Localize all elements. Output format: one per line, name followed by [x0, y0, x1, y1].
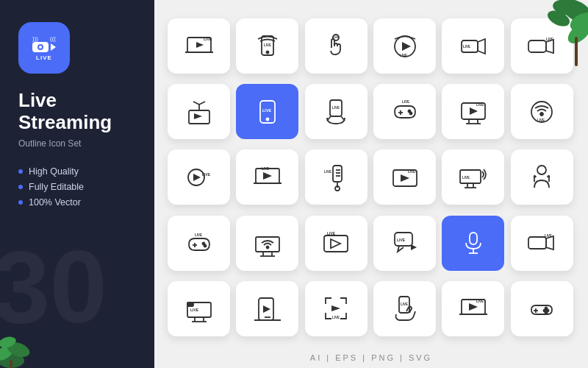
- feature-label-2: Fully Editable: [29, 182, 84, 192]
- icon-hand-phone-live: LIVE: [305, 84, 368, 139]
- icon-tv-antenna: [168, 84, 230, 139]
- icon-wifi-live: LIVE: [511, 84, 573, 139]
- svg-text:LIVE: LIVE: [195, 233, 202, 237]
- svg-marker-100: [546, 236, 553, 250]
- svg-rect-4: [10, 360, 12, 368]
- svg-point-89: [266, 247, 268, 249]
- svg-text:LIVE: LIVE: [204, 37, 212, 41]
- icon-laptop-live: LIVE: [168, 18, 230, 74]
- icon-laptop-play-live: LIVE: [442, 281, 504, 336]
- svg-marker-13: [196, 42, 204, 48]
- svg-text:LIVE: LIVE: [327, 231, 336, 236]
- svg-line-31: [193, 102, 199, 105]
- svg-text:LIVE: LIVE: [202, 172, 211, 177]
- icon-monitor-wifi: [236, 216, 298, 271]
- svg-rect-62: [333, 166, 342, 182]
- icon-gamepad: LIVE: [373, 84, 436, 139]
- icon-rect-play-live: LIVE: [373, 149, 436, 205]
- icon-live-play-box: LIVE: [305, 216, 368, 271]
- svg-point-16: [266, 51, 268, 53]
- svg-point-44: [409, 112, 412, 114]
- svg-marker-33: [194, 113, 202, 119]
- svg-point-35: [266, 118, 268, 120]
- format-bar: AI | EPS | PNG | SVG: [154, 353, 588, 362]
- svg-rect-107: [187, 302, 193, 306]
- feature-3: 100% Vector: [18, 197, 136, 208]
- left-panel: 30 ))) ((( LIVE LiveStreaming Outline Ic…: [0, 0, 154, 368]
- svg-point-53: [540, 113, 543, 116]
- feature-2: Fully Editable: [18, 182, 136, 192]
- svg-text:LIVE: LIVE: [476, 300, 484, 303]
- bullet-3: [18, 200, 23, 205]
- svg-marker-60: [263, 172, 272, 180]
- icon-phone-live: LIVE: [236, 18, 298, 74]
- icon-phone-live-blue: LIVE: [236, 84, 298, 139]
- wifi-decoration: ))) (((: [32, 35, 56, 42]
- plant-top-right-icon: [522, 0, 588, 66]
- svg-rect-85: [256, 237, 279, 252]
- feature-1: High Quality: [18, 166, 136, 177]
- svg-text:LIVE: LIVE: [262, 167, 269, 171]
- app-icon: ))) ((( LIVE: [18, 22, 70, 74]
- right-panel: LIVE LIVE: [154, 0, 588, 368]
- camera-row: [32, 42, 56, 52]
- camera-lens: [37, 44, 43, 50]
- svg-marker-24: [478, 39, 485, 54]
- live-tag-icon: LIVE: [36, 54, 52, 61]
- svg-marker-112: [331, 305, 340, 311]
- bullet-2: [18, 185, 23, 189]
- svg-marker-70: [401, 174, 409, 182]
- svg-point-125: [545, 312, 548, 314]
- svg-rect-96: [470, 233, 477, 244]
- icon-gamepad-live-2: LIVE: [168, 216, 230, 271]
- icon-microphone-blue: [442, 216, 504, 271]
- svg-text:LIVE: LIVE: [463, 45, 470, 49]
- icon-phone-hand-live-2: LIVE: [373, 281, 436, 336]
- icon-video-camera: LIVE: [442, 18, 504, 74]
- svg-text:LIVE: LIVE: [190, 308, 199, 312]
- icon-scan-live: LIVE: [305, 281, 368, 336]
- icon-monitor-broadcast: LIVE: [168, 281, 230, 336]
- svg-marker-56: [193, 174, 201, 181]
- svg-line-32: [199, 102, 205, 105]
- bg-number: 30: [0, 236, 107, 339]
- svg-point-77: [537, 166, 546, 174]
- camera-tail: [51, 43, 56, 51]
- svg-point-83: [204, 245, 206, 247]
- bullet-1: [18, 169, 23, 174]
- svg-text:LIVE: LIVE: [262, 108, 272, 113]
- svg-marker-118: [469, 303, 478, 311]
- svg-text:LIVE: LIVE: [397, 238, 406, 242]
- svg-marker-110: [263, 305, 270, 313]
- svg-marker-95: [411, 244, 417, 250]
- svg-text:LIVE: LIVE: [402, 100, 409, 104]
- svg-text:LIVE: LIVE: [264, 43, 271, 47]
- svg-point-64: [335, 186, 340, 191]
- icon-camera-live-small: LIVE: [511, 216, 573, 271]
- svg-text:LIVE: LIVE: [332, 106, 340, 110]
- features-list: High Quality Fully Editable 100% Vector: [18, 166, 136, 208]
- svg-text:LIVE: LIVE: [545, 234, 552, 238]
- icon-person-headset: [511, 149, 573, 205]
- main-title: LiveStreaming: [18, 90, 136, 134]
- icon-phone-video: [236, 281, 298, 336]
- svg-marker-91: [331, 239, 340, 248]
- plant-bottom-left-icon: [0, 328, 44, 368]
- icon-phone-thermometer: LIVE: [305, 149, 368, 205]
- svg-rect-90: [324, 236, 348, 252]
- svg-rect-10: [575, 37, 578, 66]
- icons-grid: LIVE LIVE: [168, 18, 575, 342]
- icon-circle-play: LIVE: [373, 18, 436, 74]
- icon-monitor-play: LIVE: [442, 84, 504, 139]
- icon-bubble-live: LIVE: [373, 216, 436, 271]
- subtitle: Outline Icon Set: [18, 138, 136, 149]
- svg-marker-50: [470, 107, 478, 115]
- svg-text:LIVE: LIVE: [332, 35, 339, 39]
- svg-text:LIVE: LIVE: [400, 54, 407, 57]
- svg-text:LIVE: LIVE: [462, 176, 470, 180]
- svg-text:LIVE: LIVE: [537, 118, 545, 122]
- svg-text:LIVE: LIVE: [332, 316, 340, 319]
- icon-gamepad-small: [511, 281, 573, 336]
- feature-label-3: 100% Vector: [29, 197, 81, 208]
- svg-text:LIVE: LIVE: [324, 170, 331, 174]
